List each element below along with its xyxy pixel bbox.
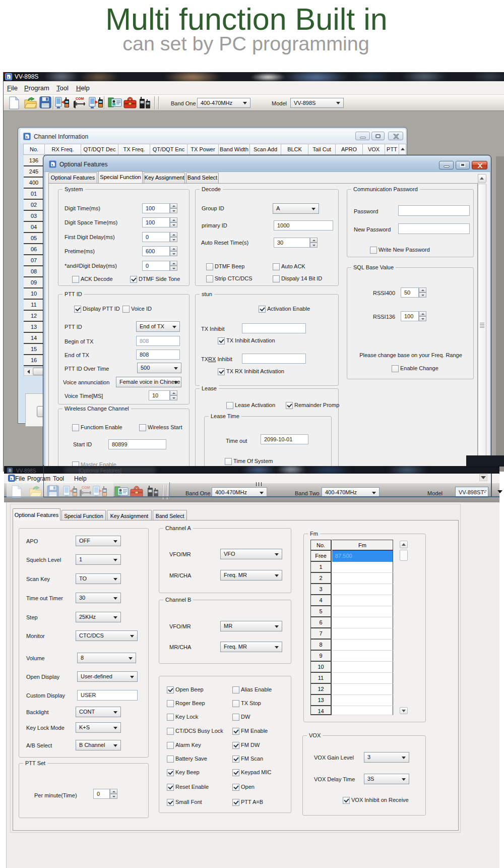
svg-text:COM: COM <box>76 97 84 100</box>
